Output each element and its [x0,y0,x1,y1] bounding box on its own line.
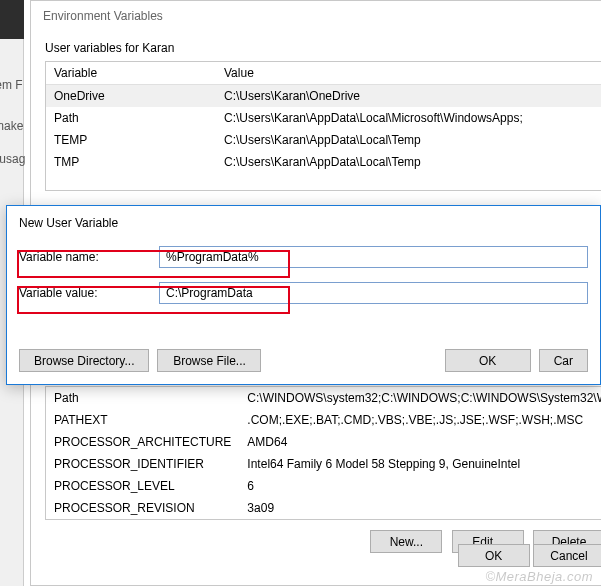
cell-var: TEMP [46,129,216,151]
table-row[interactable]: Path C:\Users\Karan\AppData\Local\Micros… [46,107,601,129]
browse-directory-button[interactable]: Browse Directory... [19,349,149,372]
col-header-value[interactable]: Value [216,62,601,85]
cell-val: AMD64 [239,431,601,453]
dialog-ok-button[interactable]: OK [445,349,531,372]
variable-value-input[interactable] [159,282,588,304]
user-vars-group-label: User variables for Karan [45,41,601,55]
cell-var: PROCESSOR_ARCHITECTURE [46,431,239,453]
table-row[interactable]: PROCESSOR_IDENTIFIER Intel64 Family 6 Mo… [46,453,601,475]
table-row[interactable]: TEMP C:\Users\Karan\AppData\Local\Temp [46,129,601,151]
cell-var: PROCESSOR_LEVEL [46,475,239,497]
cell-val: C:\Users\Karan\AppData\Local\Temp [216,129,601,151]
table-row[interactable]: PATHEXT .COM;.EXE;.BAT;.CMD;.VBS;.VBE;.J… [46,409,601,431]
cell-val: .COM;.EXE;.BAT;.CMD;.VBS;.VBE;.JS;.JSE;.… [239,409,601,431]
variable-name-label: Variable name: [19,250,159,264]
cell-val: 3a09 [239,497,601,519]
system-vars-list[interactable]: Path C:\WINDOWS\system32;C:\WINDOWS;C:\W… [45,386,601,520]
table-row[interactable]: PROCESSOR_REVISION 3a09 [46,497,601,519]
variable-value-label: Variable value: [19,286,159,300]
cell-val: C:\Users\Karan\AppData\Local\Microsoft\W… [216,107,601,129]
cell-var: Path [46,107,216,129]
env-window-buttons: OK Cancel [45,544,601,567]
window-title: Environment Variables [31,1,601,31]
bg-text-make: make [0,119,23,133]
cell-var: PROCESSOR_IDENTIFIER [46,453,239,475]
cancel-button[interactable]: Cancel [533,544,601,567]
table-row[interactable]: Path C:\WINDOWS\system32;C:\WINDOWS;C:\W… [46,387,601,409]
user-vars-list[interactable]: Variable Value OneDrive C:\Users\Karan\O… [45,61,601,191]
new-user-variable-dialog: New User Variable Variable name: Variabl… [6,205,601,385]
variable-name-input[interactable] [159,246,588,268]
cell-var: Path [46,387,239,409]
cell-val: Intel64 Family 6 Model 58 Stepping 9, Ge… [239,453,601,475]
cell-var: OneDrive [46,85,216,108]
cell-val: C:\Users\Karan\AppData\Local\Temp [216,151,601,173]
cell-var: PROCESSOR_REVISION [46,497,239,519]
dialog-title: New User Variable [7,206,600,244]
cell-val: C:\Users\Karan\OneDrive [216,85,601,108]
ok-button[interactable]: OK [458,544,530,567]
watermark: ©MeraBheja.com [485,569,593,584]
background-dark-corner [0,0,24,39]
table-row[interactable]: TMP C:\Users\Karan\AppData\Local\Temp [46,151,601,173]
col-header-variable[interactable]: Variable [46,62,216,85]
dialog-cancel-button[interactable]: Car [539,349,588,372]
cell-var: TMP [46,151,216,173]
bg-text-temf: tem F [0,78,23,92]
cell-val: 6 [239,475,601,497]
table-row[interactable]: PROCESSOR_ARCHITECTURE AMD64 [46,431,601,453]
bg-text-usage: y usag [0,152,25,166]
table-row[interactable]: OneDrive C:\Users\Karan\OneDrive [46,85,601,108]
cell-val: C:\WINDOWS\system32;C:\WINDOWS;C:\WINDOW… [239,387,601,409]
table-row[interactable]: PROCESSOR_LEVEL 6 [46,475,601,497]
cell-var: PATHEXT [46,409,239,431]
browse-file-button[interactable]: Browse File... [157,349,261,372]
